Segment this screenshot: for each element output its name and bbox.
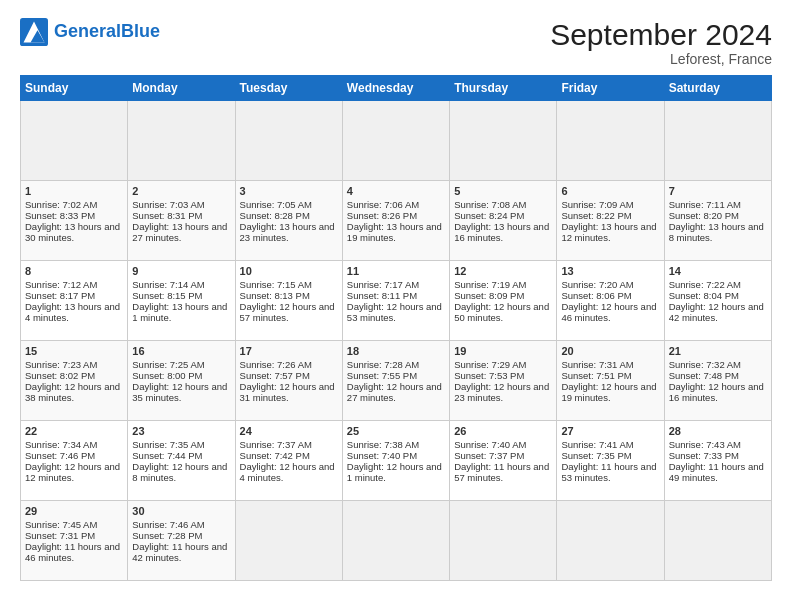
calendar-cell: [557, 101, 664, 181]
daylight-label: Daylight: 12 hours and 42 minutes.: [669, 301, 767, 323]
daylight-label: Daylight: 12 hours and 19 minutes.: [561, 381, 659, 403]
daylight-label: Daylight: 11 hours and 49 minutes.: [669, 461, 767, 483]
sunset-label: Sunset: 7:46 PM: [25, 450, 123, 461]
calendar-cell: 26 Sunrise: 7:40 AM Sunset: 7:37 PM Dayl…: [450, 421, 557, 501]
calendar-cell: [557, 501, 664, 581]
daylight-label: Daylight: 13 hours and 30 minutes.: [25, 221, 123, 243]
sunset-label: Sunset: 8:04 PM: [669, 290, 767, 301]
title-block: September 2024 Leforest, France: [550, 18, 772, 67]
calendar-week-row: 15 Sunrise: 7:23 AM Sunset: 8:02 PM Dayl…: [21, 341, 772, 421]
calendar-title: September 2024: [550, 18, 772, 51]
sunrise-label: Sunrise: 7:46 AM: [132, 519, 230, 530]
sunset-label: Sunset: 7:37 PM: [454, 450, 552, 461]
sunset-label: Sunset: 8:00 PM: [132, 370, 230, 381]
calendar-cell: 4 Sunrise: 7:06 AM Sunset: 8:26 PM Dayli…: [342, 181, 449, 261]
logo-blue: Blue: [121, 21, 160, 41]
calendar-cell: 25 Sunrise: 7:38 AM Sunset: 7:40 PM Dayl…: [342, 421, 449, 501]
calendar-cell: 22 Sunrise: 7:34 AM Sunset: 7:46 PM Dayl…: [21, 421, 128, 501]
daylight-label: Daylight: 13 hours and 16 minutes.: [454, 221, 552, 243]
logo-general: General: [54, 21, 121, 41]
day-number: 15: [25, 345, 123, 357]
calendar-cell: 7 Sunrise: 7:11 AM Sunset: 8:20 PM Dayli…: [664, 181, 771, 261]
sunset-label: Sunset: 8:20 PM: [669, 210, 767, 221]
day-number: 4: [347, 185, 445, 197]
calendar-header-row: SundayMondayTuesdayWednesdayThursdayFrid…: [21, 76, 772, 101]
logo-icon: [20, 18, 48, 46]
sunrise-label: Sunrise: 7:14 AM: [132, 279, 230, 290]
calendar-week-row: 22 Sunrise: 7:34 AM Sunset: 7:46 PM Dayl…: [21, 421, 772, 501]
sunrise-label: Sunrise: 7:25 AM: [132, 359, 230, 370]
calendar-cell: [21, 101, 128, 181]
day-number: 14: [669, 265, 767, 277]
calendar-cell: 23 Sunrise: 7:35 AM Sunset: 7:44 PM Dayl…: [128, 421, 235, 501]
daylight-label: Daylight: 12 hours and 31 minutes.: [240, 381, 338, 403]
day-number: 2: [132, 185, 230, 197]
sunset-label: Sunset: 7:51 PM: [561, 370, 659, 381]
sunrise-label: Sunrise: 7:12 AM: [25, 279, 123, 290]
day-number: 7: [669, 185, 767, 197]
sunset-label: Sunset: 7:48 PM: [669, 370, 767, 381]
sunset-label: Sunset: 7:44 PM: [132, 450, 230, 461]
sunrise-label: Sunrise: 7:34 AM: [25, 439, 123, 450]
calendar-cell: 3 Sunrise: 7:05 AM Sunset: 8:28 PM Dayli…: [235, 181, 342, 261]
sunrise-label: Sunrise: 7:02 AM: [25, 199, 123, 210]
sunset-label: Sunset: 8:15 PM: [132, 290, 230, 301]
sunrise-label: Sunrise: 7:23 AM: [25, 359, 123, 370]
daylight-label: Daylight: 12 hours and 27 minutes.: [347, 381, 445, 403]
calendar-week-row: 29 Sunrise: 7:45 AM Sunset: 7:31 PM Dayl…: [21, 501, 772, 581]
calendar-cell: 19 Sunrise: 7:29 AM Sunset: 7:53 PM Dayl…: [450, 341, 557, 421]
daylight-label: Daylight: 11 hours and 53 minutes.: [561, 461, 659, 483]
calendar-cell: 5 Sunrise: 7:08 AM Sunset: 8:24 PM Dayli…: [450, 181, 557, 261]
calendar-cell: [664, 101, 771, 181]
daylight-label: Daylight: 13 hours and 23 minutes.: [240, 221, 338, 243]
sunset-label: Sunset: 8:22 PM: [561, 210, 659, 221]
calendar-week-row: 8 Sunrise: 7:12 AM Sunset: 8:17 PM Dayli…: [21, 261, 772, 341]
calendar-cell: 11 Sunrise: 7:17 AM Sunset: 8:11 PM Dayl…: [342, 261, 449, 341]
daylight-label: Daylight: 12 hours and 50 minutes.: [454, 301, 552, 323]
daylight-label: Daylight: 12 hours and 1 minute.: [347, 461, 445, 483]
daylight-label: Daylight: 12 hours and 16 minutes.: [669, 381, 767, 403]
calendar-cell: 28 Sunrise: 7:43 AM Sunset: 7:33 PM Dayl…: [664, 421, 771, 501]
daylight-label: Daylight: 12 hours and 35 minutes.: [132, 381, 230, 403]
sunset-label: Sunset: 8:11 PM: [347, 290, 445, 301]
sunrise-label: Sunrise: 7:19 AM: [454, 279, 552, 290]
sunrise-label: Sunrise: 7:22 AM: [669, 279, 767, 290]
day-header-sunday: Sunday: [21, 76, 128, 101]
sunrise-label: Sunrise: 7:06 AM: [347, 199, 445, 210]
day-number: 27: [561, 425, 659, 437]
sunset-label: Sunset: 8:31 PM: [132, 210, 230, 221]
sunset-label: Sunset: 8:02 PM: [25, 370, 123, 381]
calendar-cell: 15 Sunrise: 7:23 AM Sunset: 8:02 PM Dayl…: [21, 341, 128, 421]
calendar-table: SundayMondayTuesdayWednesdayThursdayFrid…: [20, 75, 772, 581]
day-header-thursday: Thursday: [450, 76, 557, 101]
day-number: 18: [347, 345, 445, 357]
calendar-cell: [235, 101, 342, 181]
sunset-label: Sunset: 8:06 PM: [561, 290, 659, 301]
sunset-label: Sunset: 8:09 PM: [454, 290, 552, 301]
sunrise-label: Sunrise: 7:11 AM: [669, 199, 767, 210]
sunset-label: Sunset: 8:13 PM: [240, 290, 338, 301]
calendar-cell: [450, 101, 557, 181]
day-number: 10: [240, 265, 338, 277]
calendar-week-row: [21, 101, 772, 181]
sunrise-label: Sunrise: 7:03 AM: [132, 199, 230, 210]
daylight-label: Daylight: 11 hours and 46 minutes.: [25, 541, 123, 563]
sunrise-label: Sunrise: 7:38 AM: [347, 439, 445, 450]
sunset-label: Sunset: 8:24 PM: [454, 210, 552, 221]
sunset-label: Sunset: 7:55 PM: [347, 370, 445, 381]
sunrise-label: Sunrise: 7:26 AM: [240, 359, 338, 370]
daylight-label: Daylight: 12 hours and 53 minutes.: [347, 301, 445, 323]
calendar-cell: 8 Sunrise: 7:12 AM Sunset: 8:17 PM Dayli…: [21, 261, 128, 341]
sunrise-label: Sunrise: 7:20 AM: [561, 279, 659, 290]
sunrise-label: Sunrise: 7:37 AM: [240, 439, 338, 450]
sunset-label: Sunset: 7:28 PM: [132, 530, 230, 541]
day-header-friday: Friday: [557, 76, 664, 101]
daylight-label: Daylight: 11 hours and 42 minutes.: [132, 541, 230, 563]
sunset-label: Sunset: 7:42 PM: [240, 450, 338, 461]
day-number: 13: [561, 265, 659, 277]
calendar-cell: 14 Sunrise: 7:22 AM Sunset: 8:04 PM Dayl…: [664, 261, 771, 341]
sunrise-label: Sunrise: 7:29 AM: [454, 359, 552, 370]
day-number: 26: [454, 425, 552, 437]
day-number: 25: [347, 425, 445, 437]
sunrise-label: Sunrise: 7:40 AM: [454, 439, 552, 450]
